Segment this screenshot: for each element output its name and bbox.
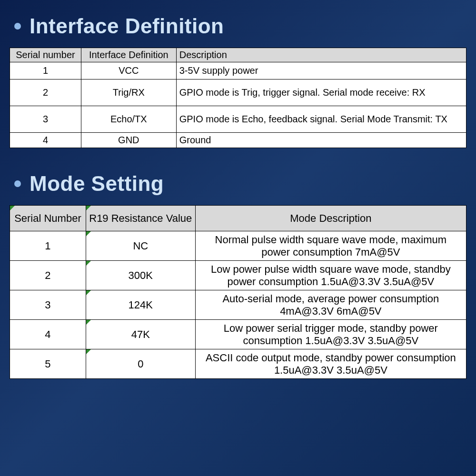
cell-description: 3-5V supply power: [176, 62, 466, 79]
cell-resistance: 0: [86, 349, 195, 379]
cell-resistance: 124K: [86, 290, 195, 320]
table-row: 2 300K Low power pulse width square wave…: [10, 261, 466, 290]
header-mode-description: Mode Description: [195, 206, 466, 231]
table-row: 3 Echo/TX GPIO mode is Echo, feedback si…: [10, 106, 466, 133]
bullet-icon: [14, 180, 21, 187]
interface-definition-heading: Interface Definition: [0, 0, 476, 48]
table-row: 1 NC Normal pulse width square wave mode…: [10, 231, 466, 261]
cell-serial: 1: [10, 231, 86, 261]
bullet-icon: [14, 23, 21, 30]
header-serial-number: Serial number: [10, 48, 81, 62]
interface-heading-text: Interface Definition: [30, 14, 224, 38]
cell-mode-description: Normal pulse width square wave mode, max…: [195, 231, 466, 261]
interface-definition-table: Serial number Interface Definition Descr…: [10, 48, 466, 148]
table-row: 5 0 ASCII code output mode, standby powe…: [10, 349, 466, 379]
cell-definition: VCC: [81, 62, 176, 79]
cell-description: Ground: [176, 133, 466, 148]
table-row: 1 VCC 3-5V supply power: [10, 62, 466, 79]
cell-description: GPIO mode is Trig, trigger signal. Seria…: [176, 79, 466, 106]
table-row: 4 GND Ground: [10, 133, 466, 148]
table-header-row: Serial Number R19 Resistance Value Mode …: [10, 206, 466, 231]
table-row: 3 124K Auto-serial mode, average power c…: [10, 290, 466, 320]
cell-mode-description: Low power serial trigger mode, standby p…: [195, 320, 466, 349]
cell-serial: 1: [10, 62, 81, 79]
mode-setting-heading: Mode Setting: [0, 158, 476, 205]
cell-resistance: 47K: [86, 320, 195, 349]
header-serial-number: Serial Number: [10, 206, 86, 231]
cell-definition: Trig/RX: [81, 79, 176, 106]
cell-serial: 2: [10, 261, 86, 290]
cell-definition: Echo/TX: [81, 106, 176, 133]
table-row: 4 47K Low power serial trigger mode, sta…: [10, 320, 466, 349]
mode-heading-text: Mode Setting: [30, 172, 164, 196]
cell-description: GPIO mode is Echo, feedback signal. Seri…: [176, 106, 466, 133]
cell-serial: 5: [10, 349, 86, 379]
header-description: Description: [176, 48, 466, 62]
cell-mode-description: Low power pulse width square wave mode, …: [195, 261, 466, 290]
cell-serial: 2: [10, 79, 81, 106]
cell-resistance: NC: [86, 231, 195, 261]
table-row: 2 Trig/RX GPIO mode is Trig, trigger sig…: [10, 79, 466, 106]
cell-mode-description: ASCII code output mode, standby power co…: [195, 349, 466, 379]
header-interface-definition: Interface Definition: [81, 48, 176, 62]
cell-mode-description: Auto-serial mode, average power consumpt…: [195, 290, 466, 320]
cell-serial: 3: [10, 290, 86, 320]
cell-definition: GND: [81, 133, 176, 148]
header-resistance-value: R19 Resistance Value: [86, 206, 195, 231]
cell-serial: 4: [10, 133, 81, 148]
table-header-row: Serial number Interface Definition Descr…: [10, 48, 466, 62]
cell-serial: 4: [10, 320, 86, 349]
mode-setting-table: Serial Number R19 Resistance Value Mode …: [10, 205, 466, 379]
cell-serial: 3: [10, 106, 81, 133]
cell-resistance: 300K: [86, 261, 195, 290]
